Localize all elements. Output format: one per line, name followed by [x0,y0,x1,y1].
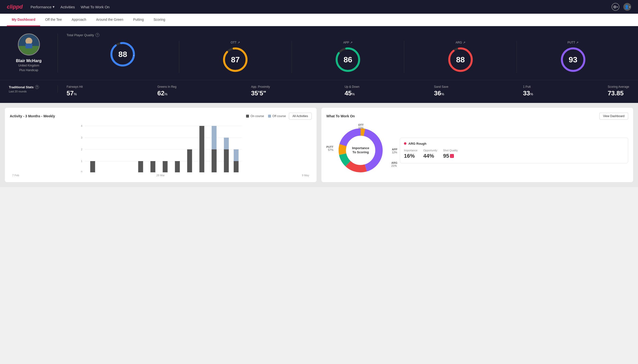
view-dashboard-button[interactable]: View Dashboard [599,113,628,120]
donut-label-arg: ARG 21% [391,161,397,167]
bar [163,161,168,172]
legend-off-course: Off course [268,114,286,118]
avatar [18,34,40,56]
gauge-app: 86 [334,46,361,73]
stat-value-updown: 45% [344,90,354,97]
arg-metrics: Importance 16% Opportunity 44% Shot Qual… [404,149,624,159]
chart-legend: On course Off course [246,114,286,118]
stats-title: Traditional Stats ? [9,85,49,89]
gauge-value-ott: 87 [231,55,240,64]
nav-what-to-work-on[interactable]: What To Work On [81,5,110,9]
legend-off-course-dot [268,115,271,118]
arg-metric-importance: Importance 16% [404,149,417,159]
stat-value-sand: 36% [434,90,444,97]
chart-label-mar: 28 Mar [156,174,164,177]
stat-value-scoring: 73.85 [608,90,623,97]
tab-my-dashboard[interactable]: My Dashboard [7,14,40,26]
nav-performance[interactable]: Performance ▾ [31,5,55,9]
tabs-bar: My Dashboard Off the Tee Approach Around… [0,14,638,26]
activity-title: Activity - 3 Months - Weekly [10,114,243,118]
gauge-ott: 87 [222,46,249,73]
arg-metric-value-opportunity: 44% [423,153,437,159]
gauge-putt: 93 [560,46,587,73]
tab-approach[interactable]: Approach [67,14,91,26]
svg-text:1: 1 [81,160,82,162]
bar [199,126,204,172]
tab-scoring[interactable]: Scoring [149,14,170,26]
chart-label-feb: 7 Feb [12,174,19,177]
person-icon: 👤 [624,5,629,9]
arg-metric-value-importance: 16% [404,153,417,159]
stat-value-proximity: 35'5" [251,90,266,97]
stat-scoring-average: Scoring Average 73.85 [608,85,629,97]
svg-text:Importance: Importance [352,146,369,150]
chart-area: 4 3 2 1 0 [10,124,312,172]
plus-icon: ⊕ [613,4,617,10]
chart-label-may: 9 May [302,174,309,177]
arg-detail-card: ARG Rough Importance 16% Opportunity 44% [400,138,628,163]
stat-one-putt: 1 Putt 33% [523,85,533,97]
svg-text:4: 4 [81,124,82,127]
bottom-section: Activity - 3 Months - Weekly On course O… [0,103,638,187]
donut-label-putt: PUTT 57% [326,146,333,151]
stat-value-gir: 62% [157,90,167,97]
stats-values: Fairways Hit 57% Greens In Reg 62% App. … [58,85,629,97]
bar [187,149,192,172]
arg-metric-opportunity: Opportunity 44% [423,149,437,159]
score-cards: 88 OTT ↗ 87 [67,41,629,73]
metrics-title: Total Player Quality ? [67,33,629,37]
chevron-down-icon: ▾ [629,6,630,8]
add-button[interactable]: ⊕ ▾ [611,3,619,11]
legend-on-course-dot [246,115,249,118]
arg-metric-shot-quality: Shot Quality 95 ↓ [443,149,458,159]
what-to-work-on-card: What To Work On View Dashboard [321,108,633,182]
user-avatar[interactable]: 👤 ▾ [623,3,631,11]
bar [234,161,239,172]
gauge-value-app: 86 [343,55,352,64]
stat-up-and-down: Up & Down 45% [344,85,359,97]
logo[interactable]: clippd [7,4,23,10]
stat-value-oneputt: 33% [523,90,533,97]
score-label-arg: ARG ↗ [456,41,465,44]
gauge-value-total: 88 [118,50,127,59]
gauge-value-putt: 93 [569,55,577,64]
svg-rect-3 [26,44,32,48]
tab-around-the-green[interactable]: Around the Green [91,14,128,26]
chart-x-labels: 7 Feb 28 Mar 9 May [10,174,312,177]
svg-text:0: 0 [81,170,82,172]
bar [212,149,217,172]
score-card-putt: PUTT ↗ 93 [517,41,629,73]
hero-section: Blair McHarg United Kingdom Plus Handica… [0,26,638,80]
stats-bar: Traditional Stats ? Last 20 rounds Fairw… [0,80,638,103]
player-name: Blair McHarg [16,58,42,63]
wtwo-header: What To Work On View Dashboard [326,113,628,120]
arrow-up-icon: ↗ [463,41,465,44]
score-card-arg: ARG ↗ 88 [404,41,517,73]
bar [175,161,180,172]
nav-links: Performance ▾ Activities What To Work On [31,5,604,9]
tab-off-the-tee[interactable]: Off the Tee [40,14,67,26]
arg-dot [404,142,406,145]
score-label-ott: OTT ↗ [231,41,240,44]
gauge-total: 88 [109,41,136,68]
tab-putting[interactable]: Putting [128,14,149,26]
bar [224,149,229,172]
gauge-value-arg: 88 [456,55,465,64]
gauge-arg: 88 [447,46,474,73]
bar [224,138,229,149]
player-info: Blair McHarg United Kingdom Plus Handica… [9,34,58,72]
nav-activities[interactable]: Activities [61,5,75,9]
activity-card: Activity - 3 Months - Weekly On course O… [5,108,317,182]
stats-label-section: Traditional Stats ? Last 20 rounds [9,85,58,93]
svg-text:3: 3 [81,136,82,139]
stat-app-proximity: App. Proximity 35'5" [251,85,270,97]
all-activities-button[interactable]: All Activities [289,113,312,120]
help-icon[interactable]: ? [35,85,39,89]
score-card-total: 88 [67,41,179,73]
stat-value-fairways: 57% [67,90,77,97]
bar [90,161,95,172]
player-handicap: Plus Handicap [19,68,38,72]
help-icon[interactable]: ? [95,33,99,37]
score-label-putt: PUTT ↗ [567,41,578,44]
arrow-up-icon: ↗ [238,41,240,44]
